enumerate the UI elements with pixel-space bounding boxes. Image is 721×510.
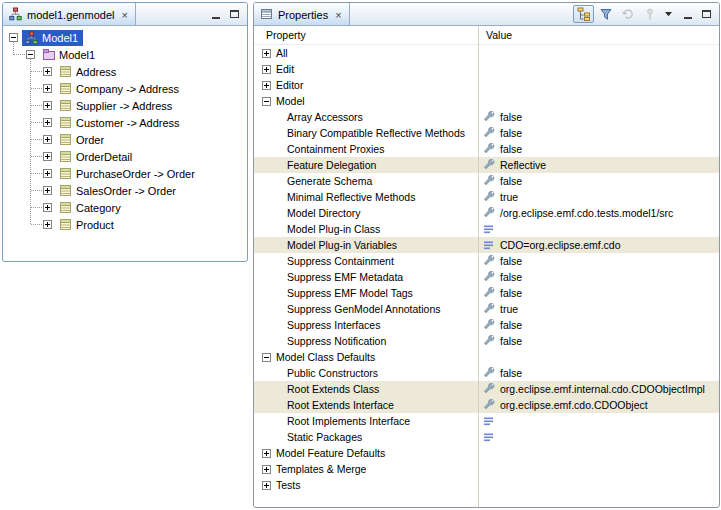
tree-item-model1[interactable]: Model1 (3, 29, 247, 46)
property-value: false (500, 367, 522, 379)
property-name: Root Implements Interface (287, 415, 410, 427)
genmodel-icon (24, 31, 39, 45)
expand-toggle[interactable] (43, 101, 52, 110)
collapse-toggle[interactable] (9, 33, 18, 42)
tree-item-product[interactable]: Product (3, 216, 247, 233)
close-icon[interactable]: × (121, 9, 127, 20)
property-row-model-class-defaults[interactable]: Model Class Defaults (254, 349, 719, 365)
tree-item-address[interactable]: Address (3, 63, 247, 80)
expand-toggle[interactable] (262, 81, 271, 90)
property-row-containment-proxies[interactable]: Containment Proxiesfalse (254, 141, 719, 157)
expand-toggle[interactable] (43, 84, 52, 93)
property-row-editor[interactable]: Editor (254, 77, 719, 93)
wrench-icon (483, 399, 496, 411)
property-row-suppress-emf-metadata[interactable]: Suppress EMF Metadatafalse (254, 269, 719, 285)
expand-toggle[interactable] (43, 203, 52, 212)
property-name: Suppress Notification (287, 335, 386, 347)
property-value: /org.eclipse.emf.cdo.tests.model1/src (500, 207, 673, 219)
tree-item-customer-address[interactable]: Customer -> Address (3, 114, 247, 131)
property-row-minimal-reflective-methods[interactable]: Minimal Reflective Methodstrue (254, 189, 719, 205)
property-row-model-plug-in-variables[interactable]: Model Plug-in VariablesCDO=org.eclipse.e… (254, 237, 719, 253)
expand-toggle[interactable] (43, 186, 52, 195)
wrench-icon (483, 159, 496, 171)
expand-toggle[interactable] (43, 220, 52, 229)
editor-tab-model1-genmodel[interactable]: model1.genmodel × (3, 3, 136, 25)
property-row-suppress-emf-model-tags[interactable]: Suppress EMF Model Tagsfalse (254, 285, 719, 301)
property-row-model-plug-in-class[interactable]: Model Plug-in Class (254, 221, 719, 237)
expand-toggle[interactable] (43, 135, 52, 144)
property-name: Root Extends Interface (287, 399, 394, 411)
tree-item-salesorder-order[interactable]: SalesOrder -> Order (3, 182, 247, 199)
minimize-button[interactable] (680, 7, 695, 21)
property-row-public-constructors[interactable]: Public Constructorsfalse (254, 365, 719, 381)
expand-toggle[interactable] (262, 465, 271, 474)
tree-item-purchaseorder-order[interactable]: PurchaseOrder -> Order (3, 165, 247, 182)
property-row-generate-schema[interactable]: Generate Schemafalse (254, 173, 719, 189)
tree-item-company-address[interactable]: Company -> Address (3, 80, 247, 97)
property-row-model[interactable]: Model (254, 93, 719, 109)
property-row-static-packages[interactable]: Static Packages (254, 429, 719, 445)
property-row-tests[interactable]: Tests (254, 477, 719, 493)
property-row-all[interactable]: All (254, 45, 719, 61)
property-row-root-implements-interface[interactable]: Root Implements Interface (254, 413, 719, 429)
expand-toggle[interactable] (43, 118, 52, 127)
property-name: Binary Compatible Reflective Methods (287, 127, 465, 139)
tree-item-label: Model1 (56, 48, 98, 61)
property-row-array-accessors[interactable]: Array Accessorsfalse (254, 109, 719, 125)
property-row-binary-compatible-reflective-methods[interactable]: Binary Compatible Reflective Methodsfals… (254, 125, 719, 141)
tree-item-label: Category (73, 201, 124, 214)
collapse-toggle[interactable] (262, 97, 271, 106)
property-row-model-feature-defaults[interactable]: Model Feature Defaults (254, 445, 719, 461)
tab-properties[interactable]: Properties × (254, 3, 350, 25)
property-name: Model Plug-in Class (287, 223, 380, 235)
view-menu-button[interactable] (661, 5, 675, 23)
property-row-suppress-notification[interactable]: Suppress Notificationfalse (254, 333, 719, 349)
expand-toggle[interactable] (262, 449, 271, 458)
expand-toggle[interactable] (262, 65, 271, 74)
collapse-toggle[interactable] (262, 353, 271, 362)
maximize-button[interactable] (227, 7, 242, 21)
property-row-suppress-containment[interactable]: Suppress Containmentfalse (254, 253, 719, 269)
expand-toggle[interactable] (43, 152, 52, 161)
tree-item-order[interactable]: Order (3, 131, 247, 148)
maximize-button[interactable] (699, 7, 714, 21)
properties-tab-title: Properties (278, 8, 328, 21)
property-row-feature-delegation[interactable]: Feature DelegationReflective (254, 157, 719, 173)
expand-toggle[interactable] (43, 169, 52, 178)
column-header-property[interactable]: Property (254, 29, 478, 41)
column-header-value[interactable]: Value (478, 29, 719, 41)
close-icon[interactable]: × (335, 9, 341, 20)
pin-button[interactable] (639, 5, 660, 23)
genclass-icon (58, 201, 73, 214)
collapse-toggle[interactable] (26, 50, 35, 59)
tree-item-model1[interactable]: Model1 (3, 46, 247, 63)
minimize-button[interactable] (208, 7, 223, 21)
list-icon (483, 431, 496, 443)
tree-connector (31, 207, 43, 208)
property-value: CDO=org.eclipse.emf.cdo (500, 239, 621, 251)
wrench-icon (483, 111, 496, 123)
property-row-root-extends-interface[interactable]: Root Extends Interfaceorg.eclipse.emf.cd… (254, 397, 719, 413)
properties-toolbar (573, 3, 677, 25)
expand-toggle[interactable] (262, 481, 271, 490)
show-advanced-button[interactable] (595, 5, 616, 23)
expand-toggle[interactable] (262, 49, 271, 58)
tree-item-supplier-address[interactable]: Supplier -> Address (3, 97, 247, 114)
tree-item-category[interactable]: Category (3, 199, 247, 216)
maximize-icon (230, 10, 239, 18)
tree-item-orderdetail[interactable]: OrderDetail (3, 148, 247, 165)
properties-table: Property Value AllEditEditorModelArray A… (254, 26, 719, 508)
show-categories-button[interactable] (573, 5, 594, 23)
restore-default-button[interactable] (617, 5, 638, 23)
tree-connector (31, 173, 43, 174)
property-row-edit[interactable]: Edit (254, 61, 719, 77)
property-row-templates-merge[interactable]: Templates & Merge (254, 461, 719, 477)
property-row-root-extends-class[interactable]: Root Extends Classorg.eclipse.emf.intern… (254, 381, 719, 397)
property-name: Minimal Reflective Methods (287, 191, 415, 203)
expand-toggle[interactable] (43, 67, 52, 76)
property-row-suppress-interfaces[interactable]: Suppress Interfacesfalse (254, 317, 719, 333)
property-row-model-directory[interactable]: Model Directory/org.eclipse.emf.cdo.test… (254, 205, 719, 221)
genclass-icon (58, 133, 73, 146)
property-row-suppress-genmodel-annotations[interactable]: Suppress GenModel Annotationstrue (254, 301, 719, 317)
property-name: Static Packages (287, 431, 362, 443)
